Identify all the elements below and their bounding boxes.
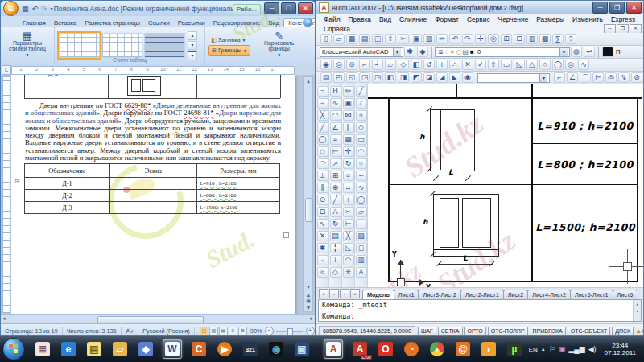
ucs-face-icon[interactable]: ◇ (398, 60, 409, 70)
tab-Разметка страницы[interactable]: Разметка страницы (80, 19, 144, 27)
render-preset-select[interactable]: ▾ (477, 73, 550, 83)
vertical-scrollbar[interactable]: ▴ ▾ ▲ ◉ ▼ (303, 76, 313, 312)
table-resize-handle[interactable] (283, 232, 289, 238)
gallery-down-icon[interactable]: ▾ (188, 41, 197, 50)
menu-Express[interactable]: Express (607, 15, 639, 23)
word-count[interactable]: Число слов: 3 135 (63, 327, 122, 335)
workspace-lock-icon[interactable]: ◆ (417, 47, 428, 57)
menu-help[interactable]: Справка (320, 25, 354, 33)
extend-icon[interactable]: ✂ (343, 207, 354, 217)
solid-sphere-icon[interactable]: ○ (539, 60, 551, 70)
tab-Рассылки[interactable]: Рассылки (174, 19, 209, 27)
table-icon[interactable]: ▥ (356, 255, 367, 265)
maximize-button[interactable]: ❐ (609, 2, 625, 14)
taskbar-app-download-master[interactable]: ◗ (480, 340, 497, 358)
dim-aligned-icon[interactable]: ∿ (330, 98, 341, 109)
help-icon[interactable]: ? (303, 18, 312, 27)
network-icon[interactable]: ▂▄▆ (568, 345, 584, 353)
qnew-icon[interactable]: ▯ (320, 34, 332, 44)
workspace-select[interactable]: Классический AutoCAD ▾ (320, 47, 403, 57)
taskbar-app-remote-desktop[interactable]: ▣ (293, 340, 311, 358)
toggle-ОРТО[interactable]: ОРТО (464, 327, 486, 335)
undo-icon[interactable]: ↶ (31, 5, 39, 13)
polysolid-icon[interactable]: ∿ (578, 60, 589, 70)
erase-icon[interactable]: ✏ (343, 86, 354, 97)
dim-diameter-icon[interactable]: ⊘ (631, 72, 642, 83)
first-layout-icon[interactable]: « (319, 289, 328, 298)
vertical-ruler[interactable] (2, 76, 10, 313)
extrude-icon[interactable]: ⇧ (488, 60, 499, 70)
ucs-world-icon[interactable]: ┘ (372, 60, 383, 70)
dim-jogged-icon[interactable]: ↯ (618, 72, 630, 83)
solid-torus-icon[interactable]: ◎ (565, 60, 576, 70)
array-icon[interactable]: ▦ (343, 134, 354, 145)
snap-intersection-icon[interactable]: ╱ (317, 122, 328, 133)
web-layout-icon[interactable]: ▤ (219, 327, 228, 335)
gallery-up-icon[interactable]: ▴ (188, 31, 197, 40)
layout-tab-Модель[interactable]: Модель (362, 290, 394, 299)
minimize-button[interactable]: ─ (264, 2, 279, 14)
save-icon[interactable]: ▦ (21, 5, 30, 13)
mirror-icon[interactable]: ⋈ (343, 110, 354, 121)
print-layout-icon[interactable]: ▢ (200, 327, 208, 335)
taskbar-app-mailru-agent[interactable]: @ (454, 340, 472, 358)
ucs-object-icon[interactable]: ▱ (385, 60, 396, 70)
paragraph-text[interactable]: Двери внутренние по ГОСТ 6629-88* «Двери… (25, 102, 281, 162)
insert-block-icon[interactable]: ▱ (356, 207, 367, 217)
polygon-icon[interactable]: ◇ (356, 122, 367, 133)
outline-view-icon[interactable]: ≡ (229, 327, 237, 335)
view-sw-iso-icon[interactable]: ◩ (411, 72, 422, 83)
tab-selector[interactable]: L (2, 65, 11, 75)
action-center-icon[interactable]: ⚐ (549, 345, 555, 353)
redo-icon[interactable]: ↷ (462, 34, 473, 44)
dim-baseline-icon[interactable]: ≡ (330, 134, 341, 145)
pan-icon[interactable]: ✛ (475, 34, 486, 44)
menu-Формат[interactable]: Формат (431, 15, 463, 23)
start-button[interactable] (2, 338, 25, 360)
rotate-icon[interactable]: ↻ (343, 158, 354, 169)
scroll-left-icon[interactable]: ◂ (2, 315, 6, 322)
taskbar-app-internet-explorer[interactable]: e (60, 340, 77, 358)
layout-tab-Лист6[interactable]: Лист6 (613, 290, 638, 299)
arc-icon[interactable]: ◠ (356, 146, 367, 157)
taskbar-app-firefox[interactable]: ◔ (402, 340, 420, 358)
solid-cylinder-icon[interactable]: ◯ (552, 60, 564, 70)
point-icon[interactable]: · (356, 219, 367, 229)
snap-endpoint-icon[interactable]: − (317, 98, 328, 109)
close-button[interactable]: ✕ (626, 2, 642, 14)
layer-select[interactable]: ≣○●◇▤■ 0 ▾ (435, 47, 570, 57)
ucs-icon[interactable]: ⌐ (359, 60, 370, 70)
paste-icon[interactable]: ▨ (423, 34, 435, 44)
color-swatch-icon[interactable] (602, 47, 613, 57)
prev-layout-icon[interactable]: ‹ (329, 289, 339, 298)
publish-icon[interactable]: ⇪ (385, 34, 396, 44)
menu-Правка[interactable]: Правка (345, 15, 375, 23)
tab-Рецензирование[interactable]: Рецензирование (209, 19, 265, 27)
spline-icon[interactable]: ∿ (356, 183, 367, 193)
undo-icon[interactable]: ↶ (449, 34, 460, 44)
ellipse-icon[interactable]: ◯ (356, 195, 367, 205)
vs-conceptual-icon[interactable]: ⊙ (346, 60, 357, 70)
menu-Окно[interactable]: Окно (639, 15, 644, 23)
next-layout-icon[interactable]: › (340, 289, 349, 298)
rectangle-icon[interactable]: ▭ (356, 134, 367, 145)
join-icon[interactable]: ╳ (343, 231, 354, 241)
dim-style-icon[interactable]: ▤ (330, 231, 341, 241)
zoom-slider[interactable] (276, 331, 303, 332)
toggle-ШАГ[interactable]: ШАГ (418, 327, 436, 335)
toolbar-lock-icon[interactable]: ◆ (642, 327, 643, 335)
taskbar-app-word[interactable]: W (163, 339, 182, 359)
dim-arc-length-icon[interactable]: ⌒ (580, 72, 591, 83)
ucs-y-icon[interactable]: ✓ (475, 60, 486, 70)
toggle-ПРИВЯЗКА[interactable]: ПРИВЯЗКА (530, 327, 566, 335)
taskbar-app-sticky-notes[interactable]: ▤ (85, 340, 103, 358)
dim-break-icon[interactable]: ╏ (330, 243, 341, 253)
open-icon[interactable]: ▱ (333, 34, 345, 44)
solid-wedge-icon[interactable]: ◺ (514, 60, 525, 70)
maximize-button[interactable]: ❐ (281, 2, 296, 14)
doors-table[interactable]: ОбозначениеЭскизРазмеры, ммД-1L=910 ; h=… (24, 163, 280, 214)
document-page[interactable]: Д-3 Двери внутренние по ГОСТ 6629-88* «Д… (11, 75, 295, 314)
menu-Вид[interactable]: Вид (375, 15, 395, 23)
snap-insert-icon[interactable]: ✕ (317, 231, 328, 241)
draw-borders-button[interactable]: ✎ Нарисовать границы ▼ (258, 33, 301, 58)
